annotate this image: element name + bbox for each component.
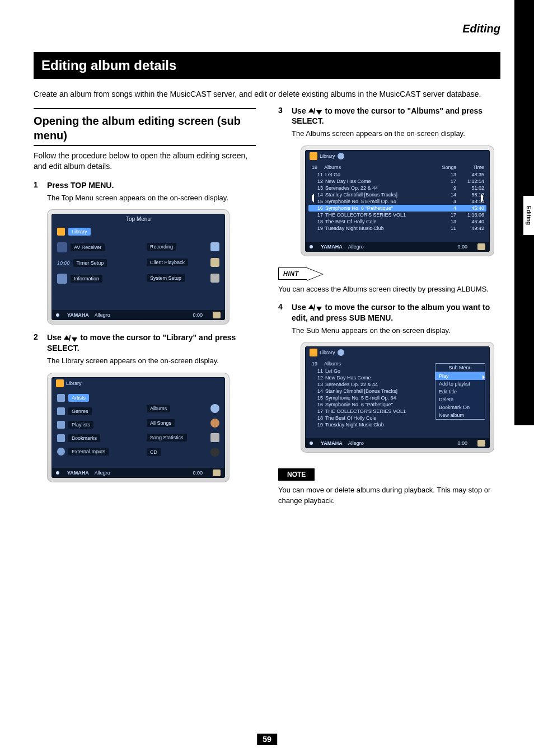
screenshot-albums-list: Library 19 Albums Songs Time 11Let Go134… bbox=[301, 145, 494, 256]
col-albums: Albums bbox=[324, 165, 434, 170]
row-index: 18 bbox=[311, 219, 325, 224]
row-index: 16 bbox=[311, 205, 325, 211]
lib-label: Albums bbox=[147, 405, 170, 412]
lib-item-external-inputs: External Inputs bbox=[57, 448, 130, 456]
row-name: The Best Of Holly Cole bbox=[325, 415, 432, 421]
sub-menu-item: Delete bbox=[435, 396, 485, 403]
row-name: New Day Has Come bbox=[325, 375, 432, 381]
two-column-layout: Opening the album editing screen (sub me… bbox=[34, 106, 500, 506]
lib-item-albums: Albums bbox=[147, 404, 219, 413]
info-icon bbox=[57, 274, 67, 284]
note-icon bbox=[213, 312, 221, 318]
brand-dot-icon bbox=[310, 245, 313, 248]
row-name: THE COLLECTOR'S SERIES VOL1 bbox=[325, 408, 432, 414]
row-index: 12 bbox=[311, 179, 325, 184]
brand-dot-icon bbox=[56, 471, 59, 475]
disc-icon bbox=[338, 153, 344, 159]
external-inputs-icon bbox=[57, 448, 65, 456]
tm-item-information: Information bbox=[57, 274, 130, 284]
bookmarks-icon bbox=[57, 434, 65, 442]
status-bar: YAMAHA Allegro 0:00 bbox=[305, 242, 490, 252]
running-head: Editing bbox=[34, 22, 500, 35]
up-down-icon: / bbox=[308, 108, 323, 115]
status-text: Allegro bbox=[348, 440, 364, 446]
song-statistics-icon bbox=[210, 433, 219, 442]
table-row: 15Symphonie No. 5 E-moll Op. 64448:10 bbox=[308, 198, 486, 205]
row-index: 11 bbox=[311, 368, 325, 374]
row-index: 17 bbox=[311, 408, 325, 414]
step-description: The Top Menu screen appears on the on-sc… bbox=[47, 193, 256, 203]
row-time: 46:40 bbox=[456, 219, 484, 224]
sub-menu-panel: Sub Menu PlayAdd to playlistEdit titleDe… bbox=[435, 363, 485, 420]
row-songs: 4 bbox=[434, 205, 456, 211]
recording-icon bbox=[210, 242, 219, 251]
table-row: 14Stanley Climbfall [Bonus Tracks]1458:1… bbox=[308, 191, 486, 198]
row-songs: 17 bbox=[434, 179, 456, 184]
row-index: 14 bbox=[311, 388, 325, 394]
library-icon bbox=[310, 152, 317, 160]
all-songs-icon bbox=[210, 419, 219, 428]
step-command: Use / to move the cursor to the album yo… bbox=[292, 302, 500, 323]
table-row: 11Let Go bbox=[308, 368, 434, 374]
hint-flag: HINT bbox=[278, 267, 307, 280]
brand-label: YAMAHA bbox=[321, 440, 343, 446]
breadcrumb: Library bbox=[320, 153, 335, 159]
cd-icon bbox=[210, 448, 219, 457]
side-tab-label: Editing bbox=[523, 196, 534, 235]
lib-item-genres: Genres bbox=[57, 407, 130, 415]
row-index: 13 bbox=[311, 382, 325, 387]
col-albums: Albums bbox=[324, 361, 434, 367]
tm-item-recording: Recording bbox=[147, 242, 219, 251]
row-name: Symphonie No. 6 "Pathetique" bbox=[325, 205, 434, 211]
table-row: 17THE COLLECTOR'S SERIES VOL1 bbox=[308, 408, 434, 415]
tm-label: System Setup bbox=[147, 274, 185, 282]
albums-rows: 11Let Go1348:3512New Day Has Come171:12:… bbox=[305, 171, 490, 246]
page-number: 59 bbox=[257, 734, 277, 745]
step-number: 4 bbox=[278, 302, 286, 335]
step-4: 4 Use / to move the cursor to the album … bbox=[278, 302, 500, 335]
table-row: 15Symphonie No. 5 E-moll Op. 64 bbox=[308, 395, 434, 401]
table-row: 13Serenades Op. 22 & 44 bbox=[308, 381, 434, 388]
status-bar: YAMAHA Allegro 0:00 bbox=[51, 310, 225, 320]
section-title-bar: Editing album details bbox=[34, 52, 500, 79]
row-name: Symphonie No. 5 E-moll Op. 64 bbox=[325, 199, 434, 204]
row-name: New Day Has Come bbox=[325, 179, 434, 184]
right-arrow-icon bbox=[483, 375, 487, 379]
status-text: Allegro bbox=[95, 312, 110, 318]
tm-item-system-setup: System Setup bbox=[147, 274, 219, 283]
pennant-icon-inner bbox=[307, 268, 322, 280]
row-name: THE COLLECTOR'S SERIES VOL1 bbox=[325, 212, 434, 218]
lib-label: Bookmarks bbox=[68, 434, 100, 442]
lib-label: CD bbox=[147, 448, 161, 456]
row-songs: 4 bbox=[434, 199, 456, 204]
row-index: 16 bbox=[311, 402, 325, 407]
table-row: 18The Best Of Holly Cole bbox=[308, 415, 434, 421]
sub-menu-item: Edit title bbox=[435, 388, 485, 396]
artists-icon bbox=[57, 394, 65, 402]
row-name: Stanley Climbfall [Bonus Tracks] bbox=[325, 192, 434, 198]
row-time: 49:42 bbox=[456, 226, 484, 231]
row-time: 1:12:14 bbox=[456, 179, 484, 184]
status-time: 0:00 bbox=[457, 440, 467, 446]
row-index: 19 bbox=[311, 422, 325, 428]
step-3: 3 Use / to move the cursor to "Albums" a… bbox=[278, 106, 500, 139]
row-name: Symphonie No. 6 "Pathetique" bbox=[325, 402, 432, 407]
rule bbox=[34, 108, 256, 109]
brand-label: YAMAHA bbox=[67, 312, 89, 318]
tm-label: AV Receiver bbox=[71, 243, 105, 251]
lib-item-cd: CD bbox=[147, 448, 219, 457]
lib-item-playlists: Playlists bbox=[57, 421, 130, 429]
sub-heading: Opening the album editing screen (sub me… bbox=[34, 114, 256, 143]
status-text: Allegro bbox=[95, 470, 110, 476]
tm-item-library: Library bbox=[57, 228, 130, 236]
row-time: 48:35 bbox=[456, 172, 484, 177]
row-name: Symphonie No. 5 E-moll Op. 64 bbox=[325, 395, 432, 401]
lib-label: Artists bbox=[68, 394, 89, 402]
row-time: 58:12 bbox=[456, 192, 484, 198]
status-bar: YAMAHA Allegro 0:00 bbox=[305, 438, 490, 448]
row-songs: 17 bbox=[434, 212, 456, 218]
library-icon bbox=[57, 228, 65, 236]
col-songs: Songs bbox=[434, 165, 456, 170]
screenshot-sub-menu: Library 19 Albums 11Let Go12New Day Has … bbox=[301, 342, 494, 453]
tm-label: Information bbox=[71, 275, 102, 283]
